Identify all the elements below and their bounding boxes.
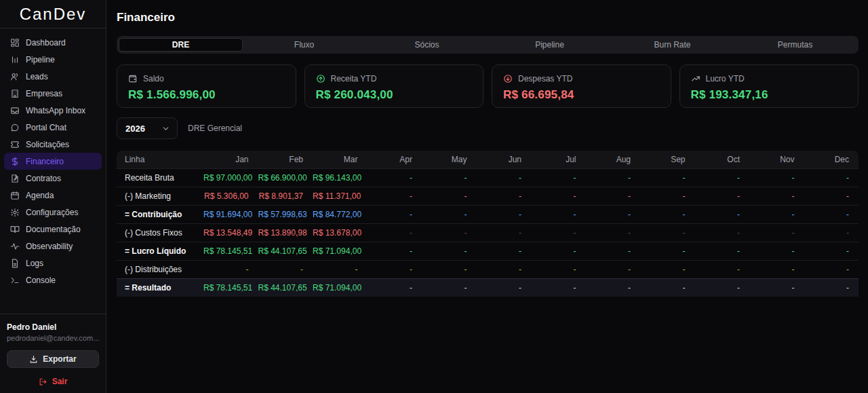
table-row-contribuicao: = ContribuiçãoR$ 91.694,00R$ 57.998,63R$… — [117, 205, 859, 223]
dashboard-icon — [9, 37, 20, 48]
export-button[interactable]: Exportar — [7, 350, 99, 368]
contract-icon — [9, 173, 20, 183]
tab-burn-rate[interactable]: Burn Rate — [611, 38, 734, 52]
users-icon — [9, 71, 20, 81]
activity-icon — [9, 241, 20, 251]
sidebar-item-financeiro[interactable]: Financeiro — [4, 153, 102, 170]
cell-distribuicoes-feb: - — [258, 260, 313, 278]
cell-custos-fixos-may: - — [422, 223, 477, 242]
chevron-down-icon — [161, 124, 170, 133]
cell-marketing-jul: - — [531, 187, 586, 205]
sidebar: CanDev DashboardPipelineLeadsEmpresasWha… — [0, 0, 106, 393]
cell-resultado-jan: R$ 78.145,51 — [203, 278, 258, 297]
filter-row: 2026 DRE Gerencial — [117, 117, 859, 139]
logout-button[interactable]: Sair — [7, 377, 99, 386]
cell-lucro-liquido-feb: R$ 44.107,65 — [258, 242, 313, 260]
sidebar-item-documentacao[interactable]: Documentação — [4, 221, 102, 238]
stat-card-header: Saldo — [128, 74, 285, 83]
export-button-label: Exportar — [43, 354, 76, 364]
sidebar-item-whatsapp-inbox[interactable]: WhatsApp Inbox — [4, 102, 102, 119]
cell-marketing-dec: - — [804, 187, 859, 205]
year-select-value: 2026 — [125, 124, 145, 134]
sidebar-item-console[interactable]: Console — [4, 272, 102, 288]
sidebar-item-configuracoes[interactable]: Configurações — [4, 204, 102, 221]
logout-icon — [39, 377, 47, 386]
building-icon — [9, 88, 20, 98]
cell-receita-bruta-feb: R$ 66.900,00 — [258, 168, 313, 187]
gear-icon — [9, 207, 20, 217]
sidebar-item-contratos[interactable]: Contratos — [4, 170, 102, 187]
cell-receita-bruta-apr: - — [368, 168, 422, 187]
cell-receita-bruta-nov: - — [749, 168, 804, 187]
cell-custos-fixos-apr: - — [368, 223, 422, 242]
stat-card-saldo: SaldoR$ 1.566.996,00 — [117, 64, 296, 108]
tab-dre[interactable]: DRE — [119, 38, 243, 52]
row-label: = Contribuição — [117, 205, 203, 223]
cell-lucro-liquido-nov: - — [749, 242, 804, 260]
column-header-jan: Jan — [203, 151, 258, 168]
stat-cards: SaldoR$ 1.566.996,00Receita YTDR$ 260.04… — [117, 64, 859, 108]
cell-receita-bruta-sep: - — [640, 168, 695, 187]
cell-contribuicao-may: - — [422, 205, 477, 223]
cell-custos-fixos-jun: - — [477, 223, 532, 242]
year-select[interactable]: 2026 — [117, 117, 178, 139]
cell-custos-fixos-mar: R$ 13.678,00 — [313, 223, 368, 242]
stat-card-value: R$ 66.695,84 — [503, 88, 660, 102]
wallet-icon — [128, 74, 138, 83]
sidebar-item-logs[interactable]: Logs — [4, 255, 102, 272]
cell-receita-bruta-oct: - — [695, 168, 750, 187]
sidebar-item-label: Solicitações — [26, 140, 69, 149]
cell-marketing-apr: - — [368, 187, 422, 205]
tab-pipeline[interactable]: Pipeline — [488, 38, 611, 52]
cell-receita-bruta-may: - — [422, 168, 477, 187]
sidebar-item-agenda[interactable]: Agenda — [4, 187, 102, 204]
sidebar-item-leads[interactable]: Leads — [4, 68, 102, 85]
cell-custos-fixos-jul: - — [531, 223, 586, 242]
cell-distribuicoes-jan: - — [203, 260, 258, 278]
cell-marketing-may: - — [422, 187, 477, 205]
cell-distribuicoes-mar: - — [313, 260, 368, 278]
cell-resultado-aug: - — [586, 278, 641, 297]
report-type-label: DRE Gerencial — [188, 124, 242, 133]
sidebar-item-pipeline[interactable]: Pipeline — [4, 51, 102, 68]
cell-resultado-oct: - — [695, 278, 750, 297]
column-header-may: May — [422, 151, 477, 168]
cell-resultado-feb: R$ 44.107,65 — [258, 278, 313, 297]
cell-lucro-liquido-jul: - — [531, 242, 586, 260]
row-label: = Resultado — [117, 278, 203, 297]
row-label: (-) Custos Fixos — [117, 223, 203, 242]
sidebar-item-label: Logs — [26, 259, 43, 268]
sidebar-item-dashboard[interactable]: Dashboard — [4, 34, 102, 51]
cell-marketing-nov: - — [749, 187, 804, 205]
sidebar-item-empresas[interactable]: Empresas — [4, 85, 102, 102]
page-title: Financeiro — [117, 11, 859, 24]
sidebar-item-solicitacoes[interactable]: Solicitações — [4, 136, 102, 153]
arrow-up-circle-icon — [316, 74, 326, 83]
column-header-feb: Feb — [258, 151, 313, 168]
stat-card-despesas-ytd: Despesas YTDR$ 66.695,84 — [492, 64, 671, 108]
stat-card-label: Despesas YTD — [518, 74, 572, 83]
cell-resultado-may: - — [422, 278, 477, 297]
sidebar-item-observability[interactable]: Observability — [4, 238, 102, 255]
cell-lucro-liquido-jun: - — [477, 242, 532, 260]
sidebar-item-label: Configurações — [26, 208, 78, 217]
cell-custos-fixos-sep: - — [640, 223, 695, 242]
tab-socios[interactable]: Sócios — [366, 38, 488, 52]
column-header-jun: Jun — [477, 151, 532, 168]
sidebar-item-portal-chat[interactable]: Portal Chat — [4, 119, 102, 136]
tab-permutas[interactable]: Permutas — [734, 38, 856, 52]
sidebar-item-label: Pipeline — [26, 55, 55, 64]
user-name: Pedro Daniel — [7, 322, 99, 332]
stat-card-header: Lucro YTD — [691, 74, 848, 83]
table-row-lucro-liquido: = Lucro LíquidoR$ 78.145,51R$ 44.107,65R… — [117, 242, 859, 260]
tab-fluxo[interactable]: Fluxo — [243, 38, 366, 52]
cell-resultado-apr: - — [368, 278, 422, 297]
sidebar-item-label: Financeiro — [26, 157, 64, 166]
cell-marketing-jun: - — [477, 187, 532, 205]
cell-receita-bruta-dec: - — [804, 168, 859, 187]
cell-marketing-sep: - — [640, 187, 695, 205]
cell-resultado-nov: - — [749, 278, 804, 297]
column-header-nov: Nov — [749, 151, 804, 168]
app-root: CanDev DashboardPipelineLeadsEmpresasWha… — [0, 0, 868, 393]
sidebar-item-label: WhatsApp Inbox — [26, 106, 85, 115]
